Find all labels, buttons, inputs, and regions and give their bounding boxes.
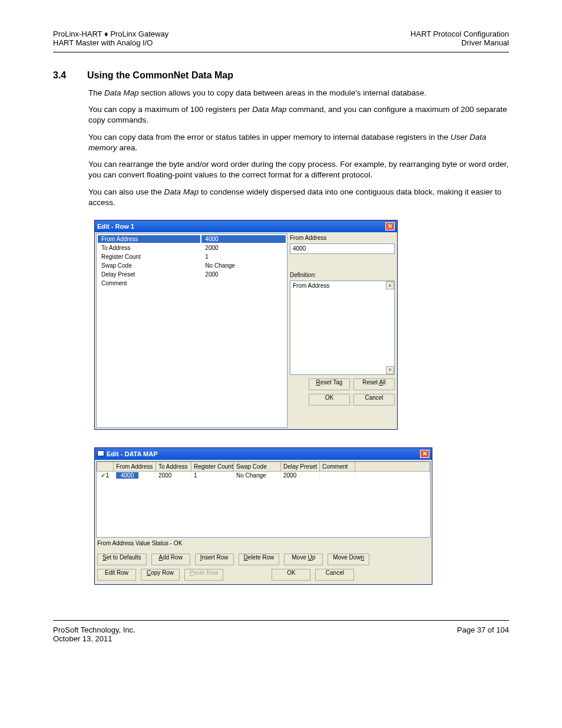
- set-defaults-button[interactable]: Set to Defaults: [97, 554, 147, 565]
- status-text: From Address Value Status - OK: [96, 538, 431, 552]
- move-down-button[interactable]: Move Down: [328, 554, 369, 565]
- body-text: The Data Map section allows you to copy …: [88, 88, 509, 208]
- footer-company: ProSoft Technology, Inc.: [53, 625, 135, 634]
- footer-page: Page 37 of 104: [457, 625, 509, 643]
- paste-row-button: Paste Row: [184, 569, 223, 581]
- definition-label: Definition:: [290, 272, 395, 278]
- header-right-2: Driver Manual: [411, 38, 509, 47]
- page-footer: ProSoft Technology, Inc. October 13, 201…: [53, 620, 509, 643]
- data-grid[interactable]: From AddressTo AddressRegister CountSwap…: [96, 461, 431, 538]
- ok-button[interactable]: OK: [309, 394, 350, 406]
- field-label: From Address: [290, 235, 395, 241]
- table-row[interactable]: ✓1 4000 2000 1 No Change 2000: [97, 471, 430, 479]
- cancel-button-2[interactable]: Cancel: [315, 569, 354, 581]
- reset-all-button[interactable]: Reset All: [353, 378, 395, 390]
- section-title: Using the CommonNet Data Map: [87, 70, 233, 81]
- scroll-down-icon[interactable]: ▼: [386, 366, 394, 374]
- close-icon[interactable]: ✕: [385, 222, 395, 230]
- page-header: ProLinx-HART ♦ ProLinx Gateway HART Mast…: [53, 29, 509, 52]
- delay-preset-cell: 2000: [281, 471, 320, 479]
- swap-code-cell: No Change: [234, 471, 281, 479]
- close-icon[interactable]: ✕: [420, 450, 429, 458]
- footer-date: October 13, 2011: [53, 634, 135, 643]
- window-icon: [97, 450, 104, 456]
- from-address-cell[interactable]: 4000: [116, 472, 138, 479]
- header-left-2: HART Master with Analog I/O: [53, 38, 168, 47]
- header-right-1: HART Protocol Configuration: [411, 29, 509, 38]
- cancel-button[interactable]: Cancel: [353, 394, 395, 406]
- to-address-cell: 2000: [156, 471, 191, 479]
- definition-box: From Address ▲ ▼: [290, 281, 395, 375]
- register-count-cell: 1: [191, 471, 234, 479]
- edit-row-dialog: Edit - Row 1 ✕ From Address4000To Addres…: [94, 220, 398, 430]
- header-left-1: ProLinx-HART ♦ ProLinx Gateway: [53, 29, 168, 38]
- ok-button-2[interactable]: OK: [272, 569, 310, 581]
- reset-tag-button[interactable]: Reset Tag: [309, 378, 350, 390]
- delete-row-button[interactable]: Delete Row: [239, 554, 280, 565]
- move-up-button[interactable]: Move Up: [284, 554, 323, 565]
- property-list[interactable]: From Address4000To Address2000Register C…: [96, 233, 287, 428]
- dialog2-title: Edit - DATA MAP: [107, 450, 158, 457]
- scroll-up-icon[interactable]: ▲: [386, 281, 394, 289]
- edit-datamap-dialog: Edit - DATA MAP ✕ From AddressTo Address…: [94, 447, 432, 585]
- copy-row-button[interactable]: Copy Row: [141, 569, 180, 581]
- add-row-button[interactable]: Add Row: [151, 554, 190, 565]
- dialog-title: Edit - Row 1: [97, 223, 134, 230]
- row-check-icon: ✓1: [97, 471, 114, 479]
- field-value-input[interactable]: 4000: [290, 243, 395, 254]
- insert-row-button[interactable]: Insert Row: [195, 554, 234, 565]
- section-number: 3.4: [53, 70, 70, 81]
- edit-row-button[interactable]: Edit Row: [97, 569, 136, 581]
- comment-cell: [320, 471, 355, 479]
